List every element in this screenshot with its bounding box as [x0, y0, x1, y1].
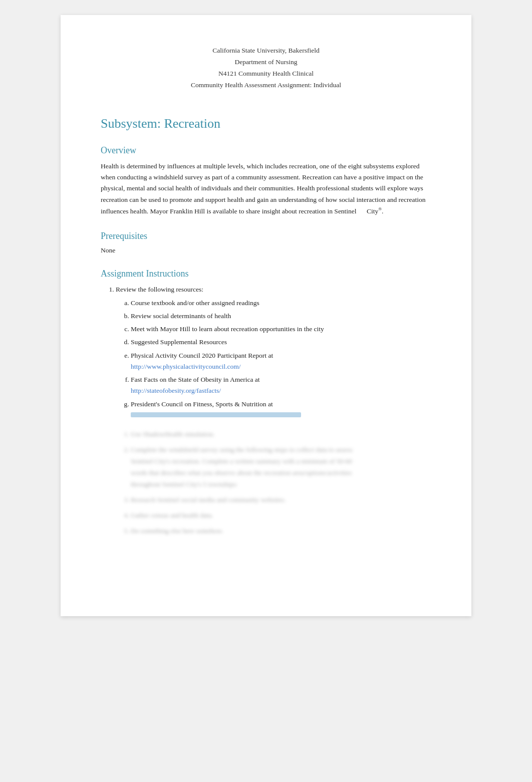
blurred-text-4: Research Sentinel social media and commu…	[131, 496, 286, 503]
item-1-label: Review the following resources:	[116, 286, 203, 293]
trademark-symbol: ®	[378, 206, 382, 211]
sub-item-b: Review social determinants of health	[131, 311, 431, 322]
sub-instructions-list: Course textbook and/or other assigned re…	[116, 298, 431, 421]
blurred-list: Use ShadowHealth simulation. Complete th…	[116, 429, 431, 537]
sub-item-a: Course textbook and/or other assigned re…	[131, 298, 431, 309]
sub-item-c: Meet with Mayor Hill to learn about recr…	[131, 324, 431, 335]
document-header: California State University, Bakersfield…	[101, 45, 431, 91]
physical-activity-link[interactable]: http://www.physicalactivitycouncil.com/	[131, 363, 241, 370]
sub-item-g: President's Council on Fitness, Sports &…	[131, 399, 431, 421]
blurred-text-3b: Sentinel City's recreation. Complete a w…	[131, 457, 352, 465]
blurred-text-3c: words that describes what you observe ab…	[131, 469, 352, 476]
blurred-text-3d: throughout Sentinel City's 5 townships:	[131, 480, 237, 488]
sub-item-d: Suggested Supplemental Resources	[131, 337, 431, 348]
header-line3: N4121 Community Health Clinical	[101, 68, 431, 80]
header-line4: Community Health Assessment Assignment: …	[101, 80, 431, 91]
list-item: Review the following resources: Course t…	[116, 284, 431, 421]
overview-body: Health is determined by influences at mu…	[101, 161, 431, 217]
obesity-link[interactable]: http://stateofobesity.org/fastfacts/	[131, 387, 221, 394]
overview-heading: Overview	[101, 145, 431, 156]
highlighted-link-bar	[131, 412, 301, 417]
main-instructions-list: Review the following resources: Course t…	[101, 284, 431, 421]
blurred-content-block: Use ShadowHealth simulation. Complete th…	[101, 429, 431, 537]
blurred-text-3a: Complete the windshield survey using the…	[131, 446, 352, 453]
blurred-item-5: Gather census and health data.	[131, 510, 431, 522]
assignment-instructions-heading: Assignment Instructions	[101, 269, 431, 279]
blurred-text-2a: Use ShadowHealth simulation.	[131, 430, 215, 438]
blurred-item-6: Do something else here somehow.	[131, 526, 431, 537]
blurred-item-4: Research Sentinel social media and commu…	[131, 494, 431, 506]
blurred-item-3: Complete the windshield survey using the…	[131, 444, 431, 490]
sub-item-f: Fast Facts on the State of Obesity in Am…	[131, 374, 431, 397]
blurred-item-2: Use ShadowHealth simulation.	[131, 429, 431, 440]
prerequisites-heading: Prerequisites	[101, 231, 431, 241]
header-line1: California State University, Bakersfield	[101, 45, 431, 57]
prerequisites-body: None	[101, 246, 431, 254]
page-title: Subsystem: Recreation	[101, 116, 431, 131]
header-line2: Department of Nursing	[101, 57, 431, 68]
instructions-content: Review the following resources: Course t…	[101, 284, 431, 537]
sub-item-e: Physical Activity Council 2020 Participa…	[131, 350, 431, 373]
document-page: California State University, Bakersfield…	[61, 15, 471, 616]
blurred-text-5: Gather census and health data.	[131, 511, 213, 519]
blurred-text-6: Do something else here somehow.	[131, 527, 223, 535]
